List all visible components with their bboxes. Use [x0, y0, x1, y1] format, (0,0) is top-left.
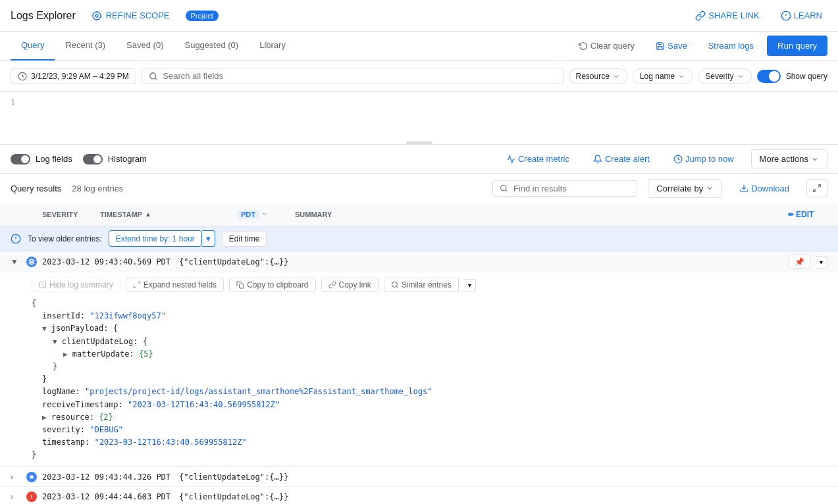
- json-payload-expand[interactable]: ▼: [42, 324, 47, 333]
- results-count: 28 log entries: [72, 184, 123, 193]
- extend-time-button[interactable]: Extend time by: 1 hour: [109, 230, 202, 247]
- svg-point-13: [501, 185, 506, 190]
- link-icon-2: [328, 281, 336, 289]
- run-query-button[interactable]: Run query: [767, 36, 827, 56]
- expand-icon: [133, 281, 141, 289]
- log-entry-row-expanded[interactable]: ▼ 2023-03-12 09:43:40.569 PDT {"clientUp…: [0, 251, 838, 272]
- copy-link-button[interactable]: Copy link: [321, 278, 379, 292]
- matter-update-expand[interactable]: ▶: [63, 350, 68, 359]
- log-fields-toggle[interactable]: [11, 154, 30, 164]
- svg-point-1: [93, 12, 101, 20]
- svg-point-0: [95, 14, 98, 17]
- extend-time-dropdown[interactable]: ▾: [202, 230, 215, 247]
- resource-label: Resource: [576, 72, 610, 81]
- timestamp-key: timestamp:: [42, 438, 90, 447]
- edit-time-button[interactable]: Edit time: [222, 231, 267, 247]
- create-alert-button[interactable]: Create alert: [587, 150, 656, 168]
- search-input[interactable]: [163, 71, 556, 81]
- severity-filter[interactable]: Severity: [698, 68, 751, 84]
- clear-query-button[interactable]: Clear query: [571, 37, 642, 55]
- resource-filter[interactable]: Resource: [569, 68, 627, 84]
- hide-log-summary-button[interactable]: Hide log summary: [32, 278, 120, 292]
- create-metric-button[interactable]: Create metric: [500, 150, 576, 168]
- create-alert-label: Create alert: [605, 154, 650, 164]
- expand-arrow-1[interactable]: ›: [11, 472, 21, 482]
- similar-entries-dropdown[interactable]: ▾: [464, 279, 476, 291]
- log-field-matter-update: ▶ matterUpdate: {5}: [32, 348, 827, 361]
- col-header-edit[interactable]: EDIT: [788, 210, 827, 219]
- line-number: 1: [11, 98, 15, 107]
- log-row-1[interactable]: › 2023-03-12 09:43:44.326 PDT {"clientUp…: [0, 467, 838, 487]
- search-icon: [149, 72, 158, 81]
- expanded-log-entry: ▼ 2023-03-12 09:43:40.569 PDT {"clientUp…: [0, 251, 838, 467]
- svg-line-17: [814, 189, 816, 191]
- fullscreen-button[interactable]: [806, 179, 827, 197]
- share-link-label: SHARE LINK: [708, 11, 759, 20]
- svg-rect-23: [240, 284, 244, 289]
- log-field-timestamp: timestamp: "2023-03-12T16:43:40.56995581…: [32, 436, 827, 449]
- insert-id-value: "123ifwwf8oqy57": [90, 311, 166, 320]
- more-actions-label: More actions: [760, 154, 808, 164]
- date-range-label: 3/12/23, 9:29 AM – 4:29 PM: [31, 72, 129, 81]
- pdt-badge: PDT: [237, 210, 259, 219]
- pin-button[interactable]: 📌: [789, 255, 810, 269]
- similar-entries-button[interactable]: Similar entries: [384, 278, 459, 292]
- refine-scope-label: REFINE SCOPE: [106, 11, 170, 20]
- sort-icon: ▲: [145, 211, 151, 218]
- tab-recent[interactable]: Recent (3): [55, 32, 116, 61]
- row-1-summary: {"clientUpdateLog":{…}}: [179, 472, 827, 482]
- scope-icon: [92, 11, 102, 21]
- expand-nested-button[interactable]: Expand nested fields: [126, 278, 224, 292]
- col-header-timestamp[interactable]: TIMESTAMP ▲: [100, 211, 232, 218]
- tab-library[interactable]: Library: [249, 32, 296, 61]
- stream-logs-label: Stream logs: [708, 41, 754, 51]
- tab-suggested[interactable]: Suggested (0): [174, 32, 249, 61]
- correlate-chevron-icon: [706, 184, 714, 192]
- learn-icon: [781, 11, 791, 21]
- jump-to-now-button[interactable]: Jump to now: [667, 150, 741, 168]
- stream-logs-button[interactable]: Stream logs: [700, 37, 762, 55]
- learn-button[interactable]: LEARN: [775, 8, 827, 24]
- hide-icon: [39, 281, 47, 289]
- row-2-summary: {"clientUpdateLog":{…}}: [179, 492, 827, 501]
- log-name-filter[interactable]: Log name: [633, 68, 693, 84]
- tab-query[interactable]: Query: [11, 32, 55, 61]
- find-results-input[interactable]: [513, 184, 630, 193]
- more-actions-button[interactable]: More actions: [751, 149, 827, 168]
- svg-line-22: [42, 284, 44, 286]
- correlate-button[interactable]: Correlate by: [648, 179, 722, 198]
- resource-key: resource:: [51, 413, 94, 422]
- show-query-label: Show query: [786, 72, 827, 81]
- pin-dropdown[interactable]: ▾: [816, 256, 827, 268]
- tab-saved[interactable]: Saved (0): [116, 32, 174, 61]
- expand-arrow-2[interactable]: ›: [11, 492, 21, 501]
- log-field-open-brace: {: [32, 297, 827, 310]
- save-button[interactable]: Save: [648, 37, 695, 55]
- client-update-expand[interactable]: ▼: [53, 338, 57, 346]
- share-link-button[interactable]: SHARE LINK: [690, 8, 764, 24]
- resource-expand[interactable]: ▶: [42, 413, 47, 422]
- edit-link[interactable]: EDIT: [788, 210, 827, 219]
- date-range-button[interactable]: 3/12/23, 9:29 AM – 4:29 PM: [11, 68, 136, 84]
- log-row-2[interactable]: › ! 2023-03-12 09:44:44.603 PDT {"client…: [0, 487, 838, 504]
- collapse-arrow[interactable]: ▼: [11, 257, 21, 266]
- show-query-toggle: ✓ Show query: [757, 70, 827, 83]
- query-editor[interactable]: 1: [0, 92, 838, 145]
- resize-handle[interactable]: [406, 141, 432, 144]
- log-action-bar: Hide log summary Expand nested fields Co…: [32, 275, 827, 295]
- results-header: Query results 28 log entries Correlate b…: [0, 174, 838, 203]
- search-field[interactable]: [142, 68, 563, 84]
- download-button[interactable]: Download: [733, 180, 796, 197]
- col-header-pdt[interactable]: PDT: [237, 211, 290, 218]
- table-header: SEVERITY TIMESTAMP ▲ PDT SUMMARY EDIT: [0, 203, 838, 226]
- info-icon: [11, 234, 21, 244]
- copy-clipboard-button[interactable]: Copy to clipboard: [229, 278, 315, 292]
- histogram-toggle[interactable]: [83, 154, 103, 164]
- find-results-field[interactable]: [492, 180, 637, 197]
- receive-timestamp-key: receiveTimestamp:: [42, 400, 123, 409]
- pencil-icon: [788, 210, 794, 219]
- save-icon: [656, 41, 665, 51]
- severity-icon-2: !: [26, 491, 37, 502]
- show-query-switch[interactable]: ✓: [757, 70, 781, 83]
- refine-scope-button[interactable]: REFINE SCOPE: [86, 8, 175, 24]
